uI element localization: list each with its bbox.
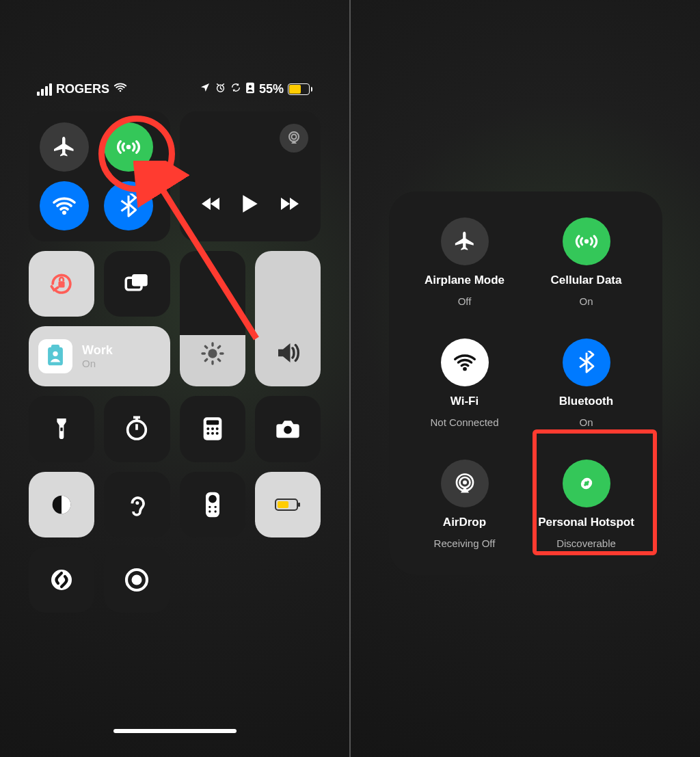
airdrop-item[interactable]: AirDrop Receiving Off (404, 460, 526, 549)
wifi-icon (441, 338, 489, 386)
svg-point-24 (215, 432, 218, 435)
battery-icon (288, 83, 312, 95)
svg-point-7 (292, 135, 297, 140)
cellular-label: Cellular Data (551, 274, 622, 287)
svg-point-41 (584, 239, 588, 243)
focus-state: On (82, 358, 113, 369)
airplane-state: Off (458, 295, 472, 307)
annotation-rectangle (533, 429, 657, 555)
bluetooth-icon (563, 338, 610, 386)
airplane-mode-item[interactable]: Airplane Mode Off (404, 217, 526, 307)
svg-rect-15 (60, 428, 62, 431)
shazam-button[interactable] (29, 547, 94, 613)
svg-rect-8 (59, 281, 65, 287)
svg-rect-13 (51, 345, 59, 349)
bluetooth-state: On (579, 416, 593, 428)
svg-point-20 (211, 427, 214, 430)
apple-tv-remote-button[interactable] (180, 472, 245, 537)
battery-percent: 55% (259, 82, 284, 96)
svg-point-0 (120, 90, 122, 92)
dark-mode-toggle[interactable] (29, 472, 94, 537)
svg-rect-18 (206, 421, 218, 425)
svg-point-30 (208, 505, 211, 507)
flashlight-button[interactable] (29, 396, 94, 462)
cellular-icon (563, 217, 610, 265)
wifi-status-icon (113, 81, 127, 98)
portrait-icon (245, 82, 255, 97)
cellular-data-item[interactable]: Cellular Data On (526, 217, 647, 307)
svg-point-14 (53, 351, 57, 356)
airdrop-label: AirDrop (443, 516, 486, 529)
status-bar: ROGERS 55% (0, 0, 349, 98)
wifi-item[interactable]: Wi-Fi Not Connected (404, 338, 526, 428)
cellular-state: On (579, 295, 593, 307)
svg-point-31 (214, 505, 216, 507)
carrier-label: ROGERS (56, 82, 109, 96)
wifi-label: Wi-Fi (450, 395, 479, 408)
svg-point-19 (206, 427, 209, 430)
svg-point-42 (463, 367, 467, 371)
focus-badge-icon (38, 339, 72, 373)
expanded-connectivity-screen: Airplane Mode Off Cellular Data On Wi-Fi… (351, 0, 700, 757)
svg-point-32 (208, 510, 211, 512)
hearing-button[interactable] (104, 472, 170, 537)
svg-point-39 (132, 574, 142, 585)
bluetooth-item[interactable]: Bluetooth On (526, 338, 647, 428)
svg-point-23 (211, 432, 214, 435)
svg-point-29 (208, 494, 217, 503)
svg-rect-35 (298, 503, 300, 507)
svg-point-6 (289, 132, 299, 142)
svg-point-21 (215, 427, 218, 430)
sync-icon (230, 82, 241, 96)
cell-signal-icon (37, 83, 52, 96)
svg-point-33 (214, 510, 216, 512)
airdrop-icon (441, 460, 489, 507)
wifi-toggle[interactable] (40, 181, 89, 230)
airplane-icon (441, 217, 489, 265)
control-center-screen: ROGERS 55% (0, 0, 349, 757)
location-icon (200, 82, 211, 96)
low-power-mode-toggle[interactable] (255, 472, 321, 537)
bluetooth-label: Bluetooth (559, 395, 613, 408)
svg-point-22 (206, 432, 209, 435)
connectivity-expanded-panel: Airplane Mode Off Cellular Data On Wi-Fi… (389, 191, 662, 575)
svg-point-27 (136, 501, 139, 505)
timer-button[interactable] (104, 396, 170, 462)
svg-point-3 (249, 85, 252, 88)
svg-point-25 (284, 426, 292, 434)
svg-point-45 (463, 481, 467, 485)
home-indicator (113, 729, 237, 733)
airplane-mode-toggle[interactable] (40, 122, 89, 172)
camera-button[interactable] (255, 396, 321, 462)
forward-icon[interactable] (278, 196, 300, 212)
orientation-lock-toggle[interactable] (29, 251, 94, 317)
svg-point-4 (126, 145, 131, 150)
annotation-arrow (133, 161, 270, 352)
airplane-label: Airplane Mode (425, 274, 504, 287)
svg-point-5 (62, 211, 66, 215)
wifi-state: Not Connected (430, 416, 498, 428)
alarm-icon (215, 82, 226, 97)
focus-name: Work (82, 343, 113, 358)
svg-line-40 (157, 181, 256, 338)
calculator-button[interactable] (180, 396, 245, 462)
airplay-icon[interactable] (280, 124, 308, 152)
airdrop-state: Receiving Off (434, 537, 496, 549)
screen-record-button[interactable] (104, 547, 170, 613)
svg-rect-36 (278, 501, 288, 508)
